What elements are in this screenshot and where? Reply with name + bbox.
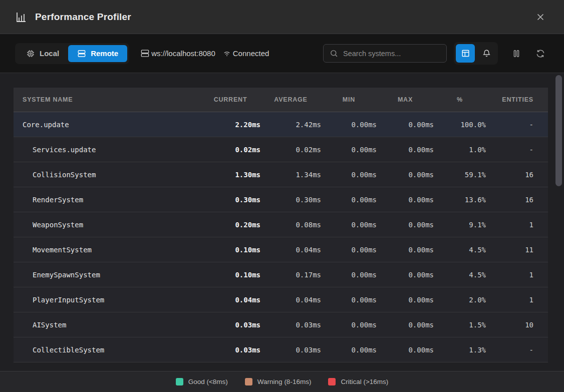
table-grid-icon [461,49,470,58]
close-button[interactable] [532,9,549,26]
table-view-button[interactable] [456,44,475,63]
cell-current: 0.30ms [200,196,260,204]
cell-entities: 11 [486,246,533,254]
bell-icon [482,49,491,58]
cell-max: 0.00ms [377,271,434,279]
server-icon [77,49,86,58]
cell-average: 0.04ms [260,296,321,304]
legend-item-critical: Critical (>16ms) [328,378,388,385]
column-header-max[interactable]: MAX [377,96,434,103]
cell-current: 0.10ms [200,271,260,279]
cell-max: 0.00ms [377,221,434,229]
cell-max: 0.00ms [377,196,434,204]
cell-max: 0.00ms [377,346,434,354]
cell-min: 0.00ms [321,146,377,154]
table-row[interactable]: MovementSystem0.10ms0.04ms0.00ms0.00ms4.… [14,237,548,262]
warning-swatch-icon [245,378,252,385]
column-header-percent[interactable]: % [434,96,486,103]
cell-entities: 10 [486,321,533,329]
cell-average: 0.03ms [260,346,321,354]
local-mode-button[interactable]: Local [17,45,68,62]
cell-pct: 9.1% [434,221,486,229]
column-header-system-name[interactable]: SYSTEM NAME [23,96,200,103]
cell-pct: 100.0% [434,121,486,129]
column-header-average[interactable]: AVERAGE [260,96,321,103]
page-title: Performance Profiler [35,12,131,23]
table-row[interactable]: EnemySpawnSystem0.10ms0.17ms0.00ms0.00ms… [14,262,548,287]
cell-min: 0.00ms [321,346,377,354]
table-row[interactable]: Core.update2.20ms2.42ms0.00ms0.00ms100.0… [14,112,548,137]
legend-good-label: Good (<8ms) [188,378,228,385]
cell-entities: - [486,146,533,154]
column-header-min[interactable]: MIN [321,96,377,103]
cell-average: 1.34ms [260,171,321,179]
remote-mode-button[interactable]: Remote [68,45,127,62]
table-row[interactable]: CollectibleSystem0.03ms0.03ms0.00ms0.00m… [14,337,548,362]
close-icon [535,12,546,23]
cell-min: 0.00ms [321,246,377,254]
refresh-icon [535,49,545,59]
table-row[interactable]: CollisionSystem1.30ms1.34ms0.00ms0.00ms5… [14,162,548,187]
search-box [323,44,447,63]
scrollbar-thumb[interactable] [555,75,562,186]
cell-name: CollisionSystem [23,171,200,179]
cell-current: 0.03ms [200,321,260,329]
table-header: SYSTEM NAME CURRENT AVERAGE MIN MAX % EN… [14,88,548,112]
table-row[interactable]: AISystem0.03ms0.03ms0.00ms0.00ms1.5%10 [14,312,548,337]
remote-mode-label: Remote [91,49,118,58]
column-header-current[interactable]: CURRENT [200,96,260,103]
table-row[interactable]: Services.update0.02ms0.02ms0.00ms0.00ms1… [14,137,548,162]
cell-entities: - [486,346,533,354]
refresh-button[interactable] [532,44,549,63]
table-row[interactable]: RenderSystem0.30ms0.30ms0.00ms0.00ms13.6… [14,187,548,212]
table-area: SYSTEM NAME CURRENT AVERAGE MIN MAX % EN… [0,73,564,371]
search-icon [330,49,338,58]
cell-pct: 4.5% [434,271,486,279]
table-row[interactable]: PlayerInputSystem0.04ms0.04ms0.00ms0.00m… [14,287,548,312]
connection-status: Connected [222,49,269,58]
scrollbar-track[interactable] [555,75,562,355]
cell-min: 0.00ms [321,221,377,229]
cell-entities: 1 [486,221,533,229]
cell-max: 0.00ms [377,171,434,179]
cell-min: 0.00ms [321,171,377,179]
cell-entities: 1 [486,296,533,304]
cell-average: 0.02ms [260,146,321,154]
column-header-entities[interactable]: ENTITIES [486,96,533,103]
cell-average: 2.42ms [260,121,321,129]
cell-name: AISystem [23,321,200,329]
connection-status-label: Connected [233,49,269,58]
title-bar: Performance Profiler [0,0,564,34]
cell-pct: 1.0% [434,146,486,154]
table-row[interactable]: WeaponSystem0.20ms0.08ms0.00ms0.00ms9.1%… [14,212,548,237]
pause-button[interactable] [508,44,525,63]
legend: Good (<8ms) Warning (8-16ms) Critical (>… [0,371,564,392]
wifi-icon [222,49,231,58]
cell-current: 2.20ms [200,121,260,129]
cell-name: PlayerInputSystem [23,296,200,304]
cell-min: 0.00ms [321,321,377,329]
cell-pct: 13.6% [434,196,486,204]
cell-current: 1.30ms [200,171,260,179]
cell-max: 0.00ms [377,246,434,254]
cell-entities: 1 [486,271,533,279]
cell-pct: 4.5% [434,246,486,254]
cell-pct: 2.0% [434,296,486,304]
cell-max: 0.00ms [377,121,434,129]
local-mode-label: Local [40,49,59,58]
cell-current: 0.04ms [200,296,260,304]
alerts-button[interactable] [477,44,496,63]
legend-item-warning: Warning (8-16ms) [245,378,312,385]
cell-pct: 1.3% [434,346,486,354]
critical-swatch-icon [328,378,336,385]
cell-min: 0.00ms [321,296,377,304]
systems-table-body: Core.update2.20ms2.42ms0.00ms0.00ms100.0… [14,112,548,362]
cell-name: Core.update [23,121,200,129]
cell-min: 0.00ms [321,196,377,204]
cpu-chip-icon [26,49,35,58]
cell-average: 0.08ms [260,221,321,229]
search-input[interactable] [343,50,440,58]
cell-name: RenderSystem [23,196,200,204]
cell-name: EnemySpawnSystem [23,271,200,279]
cell-name: MovementSystem [23,246,200,254]
